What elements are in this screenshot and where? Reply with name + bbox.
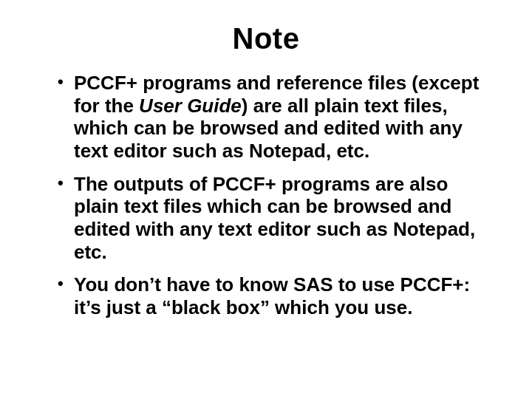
slide: Note PCCF+ programs and reference files …	[0, 0, 532, 399]
bullet-text-italic: User Guide	[139, 95, 242, 117]
list-item: You don’t have to know SAS to use PCCF+:…	[58, 273, 488, 318]
list-item: The outputs of PCCF+ programs are also p…	[58, 173, 488, 264]
list-item: PCCF+ programs and reference files (exce…	[58, 72, 488, 163]
bullet-text-pre: The outputs of PCCF+ programs are also p…	[74, 173, 475, 263]
bullet-text-pre: You don’t have to know SAS to use PCCF+:…	[74, 273, 470, 318]
slide-title: Note	[37, 22, 495, 55]
bullet-list: PCCF+ programs and reference files (exce…	[37, 72, 495, 319]
